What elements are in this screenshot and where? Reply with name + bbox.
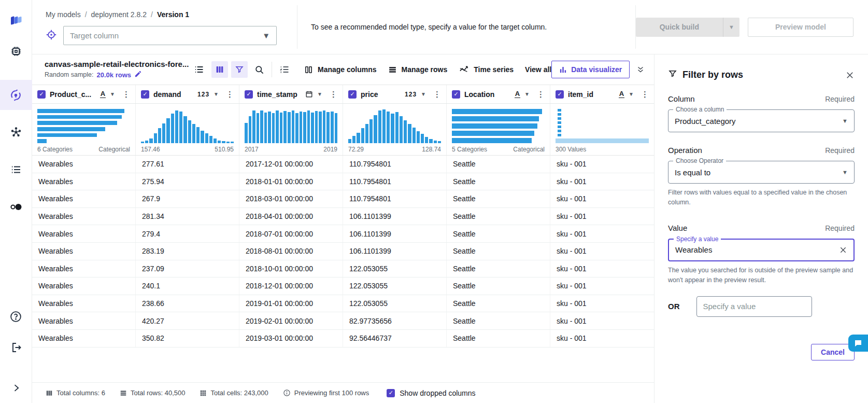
table-row[interactable]: Wearables350.822019-03-01 00:00:0092.564… [32, 330, 654, 348]
table-cell: 106.1101399 [343, 243, 447, 260]
table-column-headers: ✓Product_c...A▼⋮✓demand123▼⋮✓time_stamp▼… [32, 85, 654, 104]
bar [149, 138, 152, 143]
sidebar-item-automations[interactable] [0, 123, 32, 141]
bar [412, 128, 416, 143]
chevron-down-icon: ▼ [262, 31, 270, 40]
checkbox-checked-icon[interactable]: ✓ [387, 389, 395, 397]
bar [283, 111, 287, 143]
table-cell: 2017-12-01 00:00:00 [239, 156, 343, 173]
table-row[interactable]: Wearables275.942018-01-01 00:00:00110.79… [32, 173, 654, 191]
quick-build-button[interactable]: Quick build [636, 18, 723, 37]
sidebar-item-datasets[interactable] [0, 43, 32, 60]
table-cell: Seattle [447, 208, 550, 225]
table-row[interactable]: Wearables267.92018-03-01 00:00:00110.795… [32, 190, 654, 208]
table-row[interactable]: Wearables238.662019-01-01 00:00:00122.05… [32, 295, 654, 313]
column-menu-icon[interactable]: ⋮ [641, 90, 649, 99]
column-menu-icon[interactable]: ⋮ [330, 90, 337, 99]
calendar-type-icon[interactable] [305, 90, 313, 98]
data-visualizer-button[interactable]: Data visualizer [551, 61, 630, 78]
sign-out-icon[interactable] [0, 339, 32, 356]
edit-pencil-icon[interactable] [134, 70, 142, 79]
text-type-icon[interactable]: A [515, 90, 520, 98]
help-icon[interactable] [0, 308, 32, 325]
text-type-icon[interactable]: A [619, 90, 624, 98]
value-input[interactable]: Specify a value Wearables [668, 239, 855, 261]
column-checkbox[interactable]: ✓ [141, 90, 149, 99]
close-icon[interactable] [845, 71, 855, 80]
breadcrumb-my-models[interactable]: My models [46, 10, 81, 19]
chat-widget-button[interactable] [848, 335, 868, 352]
ordered-list-icon[interactable] [276, 61, 293, 78]
table-row[interactable]: Wearables240.12018-12-01 00:00:00122.053… [32, 277, 654, 295]
canvas-logo-icon[interactable] [0, 10, 32, 28]
stat-left: 72.29 [348, 146, 364, 153]
sidebar [0, 0, 32, 403]
bar [214, 138, 217, 143]
sidebar-item-my-models[interactable] [0, 80, 32, 110]
manage-rows-button[interactable]: Manage rows [388, 65, 448, 74]
clear-value-icon[interactable] [839, 246, 847, 254]
bar [404, 120, 407, 143]
table-cell: 2018-01-01 00:00:00 [239, 173, 343, 190]
column-menu-icon[interactable]: ⋮ [122, 90, 130, 99]
column-menu-icon[interactable]: ⋮ [433, 90, 441, 99]
number-type-icon[interactable]: 123 [405, 91, 417, 98]
view-all-button[interactable]: View all [525, 65, 551, 74]
table-row[interactable]: Wearables237.092018-10-01 00:00:00122.05… [32, 260, 654, 278]
or-value-input[interactable] [696, 296, 812, 317]
chevron-down-icon[interactable]: ▼ [524, 91, 530, 97]
column-checkbox[interactable]: ✓ [556, 90, 564, 99]
table-row[interactable]: Wearables283.192018-08-01 00:00:00106.11… [32, 243, 654, 260]
table-cell: Wearables [32, 173, 136, 190]
column-checkbox[interactable]: ✓ [245, 90, 253, 99]
text-type-icon[interactable]: A [100, 90, 106, 98]
column-header-product-c-: ✓Product_c...A▼⋮ [32, 85, 136, 103]
column-checkbox[interactable]: ✓ [452, 90, 460, 99]
table-row[interactable]: Wearables281.342018-04-01 00:00:00106.11… [32, 208, 654, 226]
table-cell: 2018-12-01 00:00:00 [239, 277, 343, 295]
stat-left: 2017 [245, 146, 259, 153]
search-icon[interactable] [251, 61, 267, 78]
bar [276, 110, 279, 143]
collapse-double-chevron-icon[interactable] [636, 64, 645, 75]
filter-icon[interactable] [231, 61, 248, 78]
number-type-icon[interactable]: 123 [197, 91, 209, 98]
manage-columns-button[interactable]: Manage columns [304, 65, 377, 74]
bar [162, 123, 165, 143]
target-column-select[interactable]: Target column ▼ [63, 26, 277, 45]
column-checkbox[interactable]: ✓ [348, 90, 357, 99]
table-row[interactable]: Wearables420.272019-02-01 00:00:0082.977… [32, 312, 654, 330]
chevron-down-icon[interactable]: ▼ [317, 91, 322, 97]
sidebar-expand-icon[interactable] [0, 379, 32, 397]
quick-build-caret[interactable]: ▼ [723, 18, 739, 37]
value-help-text: The value you searched for is outside of… [668, 266, 855, 286]
choose-column-select[interactable]: Choose a column Product_category ▼ [668, 109, 855, 132]
chevron-down-icon[interactable]: ▼ [110, 91, 115, 97]
stat-right: Categorical [513, 146, 545, 153]
chevron-down-icon[interactable]: ▼ [421, 91, 426, 97]
bar [154, 133, 157, 143]
operation-help-text: Filter rows with values equal to a speci… [668, 188, 855, 208]
table-row[interactable]: Wearables279.42018-07-01 00:00:00106.110… [32, 225, 654, 243]
sidebar-item-compare[interactable] [0, 198, 32, 216]
sidebar-item-list[interactable] [0, 161, 32, 178]
column-menu-icon[interactable]: ⋮ [226, 90, 234, 99]
bar [295, 113, 298, 143]
breadcrumb-deployment[interactable]: deployment 2.8.2 [91, 10, 147, 19]
column-menu-icon[interactable]: ⋮ [537, 90, 545, 99]
table-row[interactable]: Wearables277.612017-12-01 00:00:00110.79… [32, 156, 654, 173]
chevron-down-icon[interactable]: ▼ [214, 91, 219, 97]
choose-operator-select[interactable]: Choose Operator Is equal to ▼ [668, 161, 855, 184]
stat-left: 5 Categories [452, 146, 487, 153]
time-series-button[interactable]: Time series [459, 65, 514, 74]
preview-model-button[interactable]: Preview model [748, 18, 853, 37]
show-dropped-columns-toggle[interactable]: ✓ Show dropped columns [387, 389, 475, 397]
column-checkbox[interactable]: ✓ [37, 90, 46, 99]
list-view-icon[interactable] [191, 61, 207, 78]
dataset-toolbar: canvas-sample-retail-electronics-fore...… [32, 54, 654, 85]
column-view-icon[interactable] [211, 61, 228, 78]
chevron-down-icon[interactable]: ▼ [629, 91, 634, 97]
table-cell: sku - 001 [550, 330, 654, 347]
sample-size-link[interactable]: 20.0k rows [97, 71, 132, 79]
bar [272, 113, 275, 143]
